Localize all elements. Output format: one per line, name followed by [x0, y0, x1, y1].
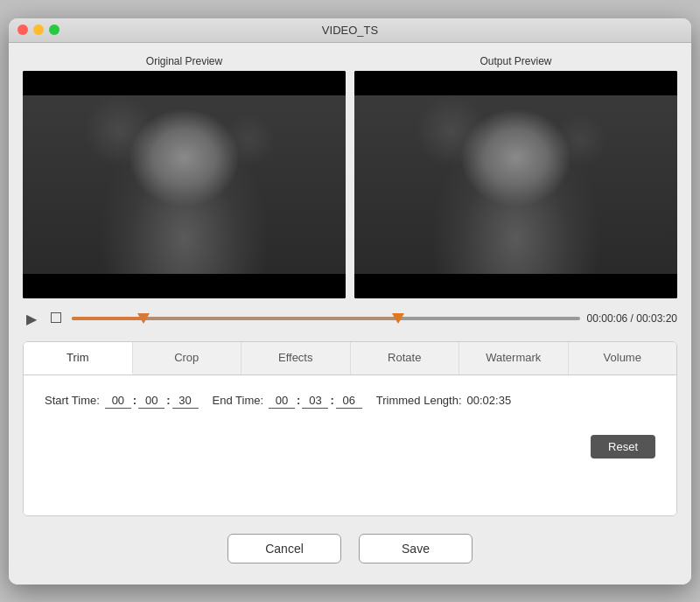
reset-button[interactable]: Reset — [591, 435, 655, 458]
end-ss-input[interactable] — [336, 393, 362, 409]
scrubber-thumb-left[interactable] — [137, 313, 150, 324]
output-video-top-bar — [354, 71, 677, 95]
start-time-fields: : : — [105, 393, 199, 409]
video-figure — [23, 95, 346, 274]
trim-row: Start Time: : : End Time: — [45, 393, 655, 409]
end-sep1: : — [297, 394, 300, 407]
end-time-group: End Time: : : — [213, 393, 362, 409]
start-mm-input[interactable] — [138, 393, 164, 409]
window-title: VIDEO_TS — [322, 24, 378, 37]
tab-trim[interactable]: Trim — [24, 342, 133, 374]
trimmed-length-label: Trimmed Length: — [376, 394, 462, 407]
tab-watermark[interactable]: Watermark — [459, 342, 569, 374]
tab-content-trim: Start Time: : : End Time: — [24, 375, 676, 515]
bg-lights — [23, 95, 346, 274]
output-video — [354, 71, 677, 298]
tab-crop[interactable]: Crop — [133, 342, 242, 374]
output-preview-label: Output Preview — [354, 55, 677, 67]
tab-rotate[interactable]: Rotate — [351, 342, 460, 374]
title-bar: VIDEO_TS — [9, 18, 691, 43]
original-preview-label: Original Preview — [23, 55, 346, 67]
main-content: Original Preview Output Preview — [9, 43, 691, 584]
output-preview-panel: Output Preview — [354, 55, 677, 298]
original-preview-panel: Original Preview — [23, 55, 346, 298]
video-image — [23, 95, 346, 274]
main-window: VIDEO_TS Original Preview — [9, 18, 691, 584]
preview-area: Original Preview Output Preview — [23, 55, 677, 298]
original-video — [23, 71, 346, 298]
video-top-bar — [23, 71, 346, 95]
start-sep2: : — [166, 394, 170, 407]
scrubber-fill — [72, 317, 143, 320]
end-hh-input[interactable] — [269, 393, 295, 409]
output-video-bottom-bar — [354, 274, 677, 298]
reset-area: Reset — [45, 409, 655, 458]
output-video-image — [354, 95, 677, 274]
scrubber-range — [143, 317, 396, 320]
stop-icon — [51, 312, 61, 323]
scrubber-thumb-right[interactable] — [392, 313, 404, 324]
scrubber-track — [72, 317, 580, 320]
window-controls — [18, 24, 60, 35]
video-bottom-bar — [23, 274, 346, 298]
output-video-figure — [354, 95, 677, 274]
play-button[interactable]: ▶ — [23, 309, 40, 329]
minimize-button[interactable] — [33, 24, 44, 35]
start-time-label: Start Time: — [45, 394, 100, 407]
end-sep2: : — [330, 394, 333, 407]
end-mm-input[interactable] — [302, 393, 328, 409]
maximize-button[interactable] — [49, 24, 60, 35]
start-sep1: : — [133, 394, 136, 407]
output-bg-lights — [354, 95, 677, 274]
save-button[interactable]: Save — [359, 534, 472, 564]
start-time-group: Start Time: : : — [45, 393, 199, 409]
scrubber[interactable] — [72, 310, 580, 327]
start-hh-input[interactable] — [105, 393, 131, 409]
cancel-button[interactable]: Cancel — [228, 534, 341, 564]
tabs-header: Trim Crop Effects Rotate Watermark Volum… — [24, 342, 676, 375]
end-time-label: End Time: — [213, 394, 264, 407]
timeline-area: ▶ 00:00:06 / 00:03:20 — [23, 305, 677, 332]
tab-volume[interactable]: Volume — [569, 342, 677, 374]
trimmed-length-group: Trimmed Length: 00:02:35 — [376, 394, 511, 407]
tab-effects[interactable]: Effects — [242, 342, 351, 374]
end-time-fields: : : — [269, 393, 362, 409]
close-button[interactable] — [18, 24, 28, 35]
time-display: 00:00:06 / 00:03:20 — [587, 312, 677, 325]
bottom-buttons: Cancel Save — [23, 528, 677, 572]
trimmed-length-value: 00:02:35 — [467, 394, 512, 407]
stop-button[interactable] — [47, 310, 65, 327]
start-ss-input[interactable] — [172, 393, 199, 409]
tabs-panel: Trim Crop Effects Rotate Watermark Volum… — [23, 341, 677, 516]
